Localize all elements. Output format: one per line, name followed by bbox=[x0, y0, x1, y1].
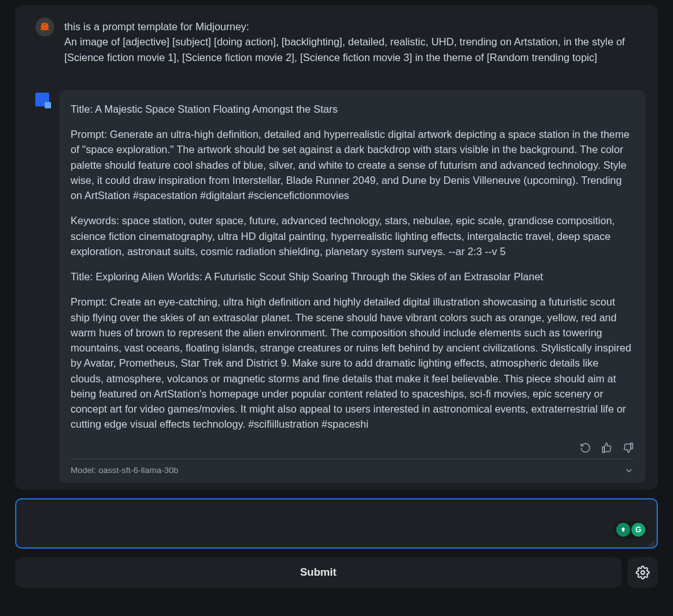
ai-response-block: Title: A Majestic Space Station Floating… bbox=[59, 90, 645, 483]
thumbs-up-icon[interactable] bbox=[601, 442, 613, 453]
message-input[interactable]: G bbox=[15, 498, 658, 549]
input-area: G Submit bbox=[15, 498, 658, 588]
settings-button[interactable] bbox=[628, 557, 658, 588]
grammarly-arrow-icon[interactable] bbox=[616, 523, 630, 537]
grammarly-widget[interactable]: G bbox=[614, 521, 648, 539]
user-message-text: this is a prompt template for Midjourney… bbox=[64, 18, 638, 65]
regenerate-icon[interactable] bbox=[580, 442, 591, 453]
grammarly-g-icon[interactable]: G bbox=[631, 523, 645, 537]
svg-point-0 bbox=[641, 571, 645, 574]
ai-message-row: Title: A Majestic Space Station Floating… bbox=[28, 90, 645, 483]
ai-paragraph: Prompt: Generate an ultra-high definitio… bbox=[71, 127, 634, 203]
ai-paragraph: Title: Exploring Alien Worlds: A Futuris… bbox=[71, 269, 634, 284]
model-label: Model: oasst-sft-6-llama-30b bbox=[71, 465, 178, 475]
resize-handle-icon[interactable] bbox=[648, 539, 655, 546]
submit-button[interactable]: Submit bbox=[15, 557, 621, 588]
user-avatar-icon bbox=[35, 18, 54, 37]
model-footer[interactable]: Model: oasst-sft-6-llama-30b bbox=[71, 459, 634, 476]
bottom-controls: Submit bbox=[15, 557, 658, 588]
ai-avatar-icon bbox=[35, 93, 49, 106]
ai-paragraph: Prompt: Create an eye-catching, ultra hi… bbox=[71, 294, 634, 431]
response-actions bbox=[71, 440, 634, 459]
chevron-down-icon[interactable] bbox=[624, 465, 634, 476]
ai-paragraph: Title: A Majestic Space Station Floating… bbox=[71, 101, 634, 117]
ai-paragraph: Keywords: space station, outer space, fu… bbox=[71, 213, 634, 259]
user-message-row: this is a prompt template for Midjourney… bbox=[28, 18, 645, 65]
gear-icon bbox=[636, 566, 650, 579]
chat-container: this is a prompt template for Midjourney… bbox=[15, 5, 658, 489]
thumbs-down-icon[interactable] bbox=[623, 442, 634, 453]
